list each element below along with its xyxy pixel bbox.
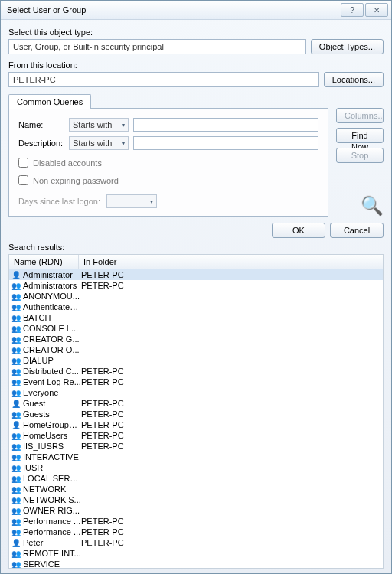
- common-queries-pane: Name: Starts with ▾ Description: Starts …: [8, 108, 328, 217]
- result-name: Guest: [23, 399, 81, 408]
- table-row[interactable]: 👤PeterPETER-PC: [9, 537, 383, 548]
- results-table: Name (RDN) In Folder 👤AdministratorPETER…: [8, 254, 384, 569]
- col-spacer: [142, 255, 383, 269]
- location-field: PETER-PC: [8, 72, 319, 87]
- table-row[interactable]: 👥ANONYMOU...: [9, 291, 383, 302]
- result-name: CREATOR O...: [23, 345, 81, 354]
- titlebar: Select User or Group ? ✕: [1, 1, 391, 20]
- help-button[interactable]: ?: [341, 3, 364, 17]
- group-icon: 👥: [11, 409, 21, 419]
- side-buttons: Columns... Find Now Stop 🔍: [336, 108, 384, 217]
- group-icon: 👥: [11, 345, 21, 354]
- search-results-label: Search results:: [8, 243, 384, 252]
- table-row[interactable]: 👥DIALUP: [9, 355, 383, 366]
- location-label: From this location:: [8, 60, 384, 70]
- user-icon: 👤: [11, 270, 21, 279]
- dialog-window: Select User or Group ? ✕ Select this obj…: [0, 0, 392, 574]
- result-folder: PETER-PC: [81, 538, 142, 547]
- table-row[interactable]: 👥INTERACTIVE: [9, 452, 383, 462]
- col-in-folder[interactable]: In Folder: [79, 255, 142, 269]
- table-row[interactable]: 👥LOCAL SERV...: [9, 473, 383, 484]
- table-row[interactable]: 👤HomeGroupU...PETER-PC: [9, 419, 383, 430]
- table-row[interactable]: 👥BATCH: [9, 312, 383, 323]
- disabled-accounts-check[interactable]: Disabled accounts: [18, 158, 318, 168]
- table-row[interactable]: 👥HomeUsersPETER-PC: [9, 430, 383, 441]
- columns-button[interactable]: Columns...: [336, 108, 384, 123]
- table-row[interactable]: 👥NETWORK: [9, 484, 383, 494]
- group-icon: 👥: [11, 356, 21, 365]
- table-row[interactable]: 👥Performance ...PETER-PC: [9, 516, 383, 527]
- cancel-button[interactable]: Cancel: [330, 223, 384, 238]
- find-now-button[interactable]: Find Now: [336, 128, 384, 143]
- group-icon: 👥: [11, 495, 21, 504]
- dialog-title: Select User or Group: [7, 5, 339, 15]
- result-name: OWNER RIG...: [23, 506, 81, 515]
- group-icon: 👥: [11, 313, 21, 322]
- search-icon: 🔍: [361, 195, 384, 217]
- table-row[interactable]: 👥GuestsPETER-PC: [9, 409, 383, 419]
- result-name: Administrators: [23, 281, 81, 290]
- stop-button[interactable]: Stop: [336, 148, 384, 163]
- table-row[interactable]: 👥IUSR: [9, 462, 383, 473]
- group-icon: 👥: [11, 324, 21, 333]
- result-name: IIS_IUSRS: [23, 442, 81, 451]
- table-row[interactable]: 👥SERVICE: [9, 559, 383, 569]
- result-folder: PETER-PC: [81, 367, 142, 376]
- result-folder: PETER-PC: [81, 377, 142, 386]
- close-button[interactable]: ✕: [365, 3, 388, 17]
- group-icon: 👥: [11, 367, 21, 376]
- table-row[interactable]: 👥Performance ...PETER-PC: [9, 527, 383, 537]
- table-row[interactable]: 👥Distributed C...PETER-PC: [9, 366, 383, 377]
- result-name: Performance ...: [23, 527, 81, 536]
- group-icon: 👥: [11, 452, 21, 461]
- object-type-label: Select this object type:: [8, 28, 384, 37]
- description-input[interactable]: [133, 136, 318, 150]
- user-icon: 👤: [11, 420, 21, 429]
- table-row[interactable]: 👥NETWORK S...: [9, 494, 383, 505]
- table-row[interactable]: 👤AdministratorPETER-PC: [9, 269, 383, 280]
- table-row[interactable]: 👥IIS_IUSRSPETER-PC: [9, 441, 383, 452]
- table-row[interactable]: 👥CONSOLE L...: [9, 323, 383, 334]
- table-row[interactable]: 👥OWNER RIG...: [9, 505, 383, 516]
- tab-common-queries[interactable]: Common Queries: [8, 94, 91, 109]
- result-folder: PETER-PC: [81, 270, 142, 279]
- results-list[interactable]: 👤AdministratorPETER-PC👥AdministratorsPET…: [8, 269, 384, 569]
- user-icon: 👤: [11, 538, 21, 547]
- locations-button[interactable]: Locations...: [324, 72, 384, 87]
- dialog-body: Select this object type: User, Group, or…: [1, 20, 391, 573]
- result-name: Distributed C...: [23, 367, 81, 376]
- description-match-combo[interactable]: Starts with ▾: [69, 136, 129, 150]
- table-row[interactable]: 👥REMOTE INT...: [9, 548, 383, 559]
- result-name: DIALUP: [23, 356, 81, 365]
- result-name: NETWORK: [23, 484, 81, 494]
- table-row[interactable]: 👥CREATOR O...: [9, 344, 383, 355]
- table-row[interactable]: 👥Authenticated...: [9, 302, 383, 312]
- table-row[interactable]: 👥Everyone: [9, 387, 383, 398]
- object-types-button[interactable]: Object Types...: [311, 39, 384, 54]
- result-name: ANONYMOU...: [23, 292, 81, 301]
- result-folder: PETER-PC: [81, 517, 142, 526]
- name-match-combo[interactable]: Starts with ▾: [69, 118, 129, 132]
- results-header: Name (RDN) In Folder: [8, 254, 384, 269]
- result-name: CREATOR G...: [23, 334, 81, 344]
- result-name: IUSR: [23, 463, 81, 472]
- group-icon: 👥: [11, 377, 21, 386]
- table-row[interactable]: 👥CREATOR G...: [9, 334, 383, 344]
- group-icon: 👥: [11, 431, 21, 440]
- group-icon: 👥: [11, 463, 21, 472]
- table-row[interactable]: 👤GuestPETER-PC: [9, 398, 383, 409]
- ok-button[interactable]: OK: [272, 223, 325, 238]
- table-row[interactable]: 👥AdministratorsPETER-PC: [9, 280, 383, 291]
- result-name: Authenticated...: [23, 302, 81, 311]
- disabled-accounts-checkbox[interactable]: [18, 158, 28, 168]
- name-input[interactable]: [133, 118, 318, 132]
- non-expiring-checkbox[interactable]: [18, 175, 28, 185]
- result-name: REMOTE INT...: [23, 549, 81, 558]
- result-name: HomeGroupU...: [23, 420, 81, 429]
- col-name-rdn[interactable]: Name (RDN): [9, 255, 79, 269]
- non-expiring-check[interactable]: Non expiring password: [18, 175, 318, 185]
- result-folder: PETER-PC: [81, 442, 142, 451]
- result-name: LOCAL SERV...: [23, 474, 81, 483]
- result-name: BATCH: [23, 313, 81, 322]
- table-row[interactable]: 👥Event Log Re...PETER-PC: [9, 377, 383, 387]
